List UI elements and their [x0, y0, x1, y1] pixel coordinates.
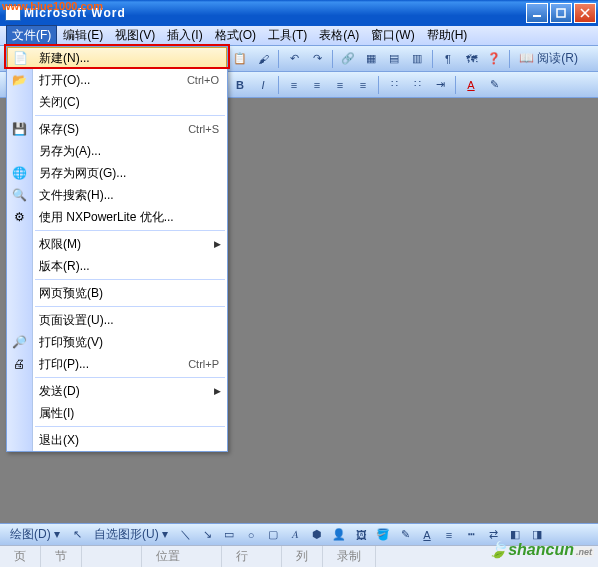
- line-icon[interactable]: ＼: [176, 526, 194, 544]
- file-menu-send[interactable]: 发送(D)▶: [7, 380, 227, 402]
- file-menu-open[interactable]: 📂打开(O)...Ctrl+O: [7, 69, 227, 91]
- file-search-label: 文件搜索(H)...: [39, 187, 219, 204]
- excel-icon[interactable]: ▤: [384, 49, 404, 69]
- pointer-icon[interactable]: ↖: [68, 526, 86, 544]
- page-setup-label: 页面设置(U)...: [39, 312, 219, 329]
- close-button[interactable]: [574, 3, 596, 23]
- font-color-icon[interactable]: A: [461, 75, 481, 95]
- font-color2-icon[interactable]: A: [418, 526, 436, 544]
- shancun-watermark: 🍃shancun.net: [488, 540, 594, 559]
- fill-color-icon[interactable]: 🪣: [374, 526, 392, 544]
- status-position: 位置: [142, 546, 222, 567]
- file-menu-web-preview[interactable]: 网页预览(B): [7, 282, 227, 304]
- exit-icon: [11, 432, 27, 448]
- print-icon: 🖨: [11, 356, 27, 372]
- align-center-icon[interactable]: ≡: [307, 75, 327, 95]
- line-color-icon[interactable]: ✎: [396, 526, 414, 544]
- save-accel: Ctrl+S: [188, 123, 219, 135]
- menu-separator: [35, 377, 225, 378]
- align-right-icon[interactable]: ≡: [330, 75, 350, 95]
- columns-icon[interactable]: ▥: [407, 49, 427, 69]
- bold-icon[interactable]: B: [230, 75, 250, 95]
- italic-icon[interactable]: I: [253, 75, 273, 95]
- properties-icon: [11, 405, 27, 421]
- numbered-list-icon[interactable]: ∷: [384, 75, 404, 95]
- save-as-icon: [11, 143, 27, 159]
- highlight-icon[interactable]: ✎: [484, 75, 504, 95]
- versions-label: 版本(R)...: [39, 258, 219, 275]
- menu-help[interactable]: 帮助(H): [421, 25, 474, 46]
- save-as-web-label: 另存为网页(G)...: [39, 165, 219, 182]
- redo-icon[interactable]: ↷: [307, 49, 327, 69]
- file-menu-exit[interactable]: 退出(X): [7, 429, 227, 451]
- format-painter-icon[interactable]: 🖌: [253, 49, 273, 69]
- file-search-icon: 🔍: [11, 187, 27, 203]
- menu-table[interactable]: 表格(A): [313, 25, 365, 46]
- menu-separator: [35, 115, 225, 116]
- table-icon[interactable]: ▦: [361, 49, 381, 69]
- file-menu-print[interactable]: 🖨打印(P)...Ctrl+P: [7, 353, 227, 375]
- align-left-icon[interactable]: ≡: [284, 75, 304, 95]
- watermark-url: www.blue1000.com: [2, 0, 103, 12]
- draw-menu[interactable]: 绘图(D) ▾: [6, 526, 64, 543]
- web-preview-icon: [11, 285, 27, 301]
- arrow-icon[interactable]: ↘: [198, 526, 216, 544]
- status-column: 列: [282, 546, 323, 567]
- bullet-list-icon[interactable]: ∷: [407, 75, 427, 95]
- textbox-icon[interactable]: ▢: [264, 526, 282, 544]
- map-icon[interactable]: 🗺: [461, 49, 481, 69]
- nxpowerlite-icon: ⚙: [11, 209, 27, 225]
- clipart-icon[interactable]: 👤: [330, 526, 348, 544]
- undo-icon[interactable]: ↶: [284, 49, 304, 69]
- file-menu-save-as-web[interactable]: 🌐另存为网页(G)...: [7, 162, 227, 184]
- file-menu-print-preview[interactable]: 🔎打印预览(V): [7, 331, 227, 353]
- save-label: 保存(S): [39, 121, 188, 138]
- picture-icon[interactable]: 🖼: [352, 526, 370, 544]
- save-as-web-icon: 🌐: [11, 165, 27, 181]
- file-menu-file-search[interactable]: 🔍文件搜索(H)...: [7, 184, 227, 206]
- line-style-icon[interactable]: ≡: [440, 526, 458, 544]
- send-label: 发送(D): [39, 383, 219, 400]
- menu-insert[interactable]: 插入(I): [161, 25, 208, 46]
- link-icon[interactable]: 🔗: [338, 49, 358, 69]
- wordart-icon[interactable]: 𝐴: [286, 526, 304, 544]
- file-menu-properties[interactable]: 属性(I): [7, 402, 227, 424]
- file-menu-nxpowerlite[interactable]: ⚙使用 NXPowerLite 优化...: [7, 206, 227, 228]
- save-as-label: 另存为(A)...: [39, 143, 219, 160]
- menu-edit[interactable]: 编辑(E): [57, 25, 109, 46]
- paste-icon[interactable]: 📋: [230, 49, 250, 69]
- minimize-button[interactable]: [526, 3, 548, 23]
- file-menu-permissions[interactable]: 权限(M)▶: [7, 233, 227, 255]
- indent-icon[interactable]: ⇥: [430, 75, 450, 95]
- page-setup-icon: [11, 312, 27, 328]
- file-menu-dropdown: 📄新建(N)...📂打开(O)...Ctrl+O关闭(C)💾保存(S)Ctrl+…: [6, 46, 228, 452]
- menu-format[interactable]: 格式(O): [209, 25, 262, 46]
- svg-rect-0: [533, 15, 541, 17]
- file-menu-close[interactable]: 关闭(C): [7, 91, 227, 113]
- status-section: 节: [41, 546, 82, 567]
- menu-window[interactable]: 窗口(W): [365, 25, 420, 46]
- show-marks-icon[interactable]: ¶: [438, 49, 458, 69]
- rect-icon[interactable]: ▭: [220, 526, 238, 544]
- read-mode-button[interactable]: 📖 阅读(R): [515, 50, 582, 67]
- status-pages: [82, 546, 142, 567]
- autoshape-menu[interactable]: 自选图形(U) ▾: [90, 526, 172, 543]
- file-menu-save[interactable]: 💾保存(S)Ctrl+S: [7, 118, 227, 140]
- menu-file[interactable]: 文件(F): [6, 25, 57, 46]
- oval-icon[interactable]: ○: [242, 526, 260, 544]
- menu-view[interactable]: 视图(V): [109, 25, 161, 46]
- file-menu-new[interactable]: 📄新建(N)...: [7, 47, 227, 69]
- new-label: 新建(N)...: [39, 50, 218, 67]
- file-menu-versions[interactable]: 版本(R)...: [7, 255, 227, 277]
- diagram-icon[interactable]: ⬢: [308, 526, 326, 544]
- menu-tools[interactable]: 工具(T): [262, 25, 313, 46]
- file-menu-save-as[interactable]: 另存为(A)...: [7, 140, 227, 162]
- maximize-button[interactable]: [550, 3, 572, 23]
- dash-style-icon[interactable]: ┅: [462, 526, 480, 544]
- status-line: 行: [222, 546, 282, 567]
- file-menu-page-setup[interactable]: 页面设置(U)...: [7, 309, 227, 331]
- justify-icon[interactable]: ≡: [353, 75, 373, 95]
- open-accel: Ctrl+O: [187, 74, 219, 86]
- help-icon[interactable]: ❓: [484, 49, 504, 69]
- new-icon: 📄: [12, 50, 28, 66]
